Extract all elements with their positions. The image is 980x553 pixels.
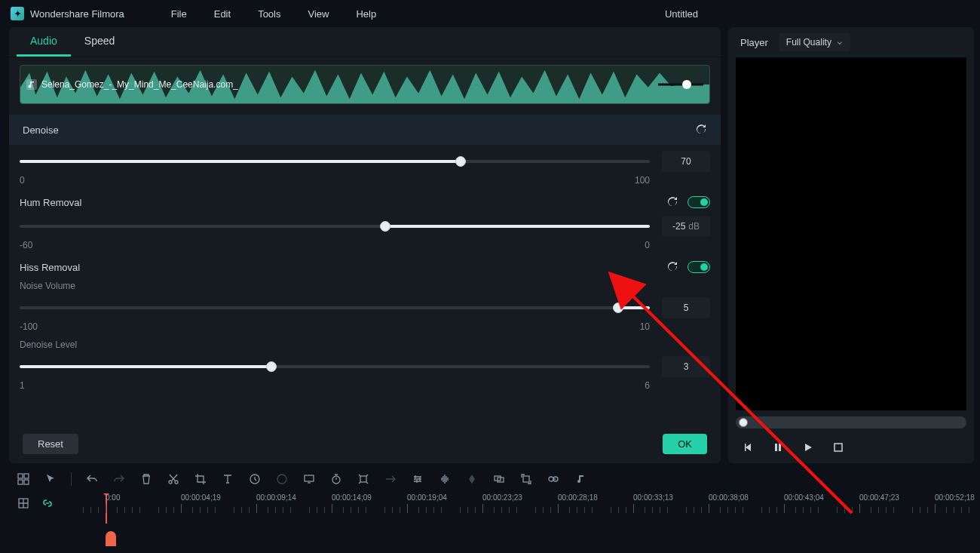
denoise-level-label: Denoise Level [20, 339, 710, 350]
denoise-slider[interactable] [20, 160, 650, 163]
menu-view[interactable]: View [297, 5, 339, 23]
menu-file[interactable]: File [161, 5, 198, 23]
app-logo-icon: ✦ [11, 7, 24, 20]
screen-icon[interactable] [302, 472, 316, 486]
denoise-max: 100 [635, 175, 650, 186]
adjust-icon[interactable] [411, 472, 424, 486]
noise-volume-value[interactable]: 5 [662, 297, 710, 318]
delete-icon[interactable] [139, 472, 153, 486]
panel-tabs: Audio Speed [9, 27, 721, 57]
prev-frame-icon[interactable] [740, 440, 755, 455]
keyframe-icon[interactable] [465, 472, 479, 486]
svg-rect-3 [24, 474, 29, 478]
reset-icon[interactable] [666, 261, 678, 273]
hum-value[interactable]: -25 [662, 216, 710, 237]
ok-button[interactable]: OK [663, 434, 707, 454]
link-icon[interactable] [547, 472, 560, 486]
audio-adjust-icon[interactable] [438, 472, 452, 486]
group-icon[interactable] [492, 472, 506, 486]
noise-volume-min: -100 [20, 321, 38, 332]
hum-removal-toggle[interactable] [688, 196, 710, 208]
hum-min: -60 [20, 240, 32, 250]
text-icon[interactable] [221, 472, 234, 486]
preview-viewport[interactable] [736, 57, 966, 410]
color-icon[interactable] [275, 472, 289, 486]
hiss-removal-label: Hiss Removal [20, 262, 80, 273]
cursor-icon[interactable] [44, 472, 57, 486]
hum-removal-label: Hum Removal [20, 197, 81, 208]
noise-volume-slider[interactable] [20, 306, 650, 309]
svg-rect-10 [305, 475, 314, 481]
reset-icon[interactable] [666, 196, 678, 208]
denoise-level-min: 1 [20, 380, 25, 391]
denoise-label: Denoise [23, 124, 59, 136]
hum-slider[interactable] [20, 225, 650, 228]
stop-icon[interactable] [831, 440, 846, 455]
tab-audio[interactable]: Audio [17, 27, 71, 57]
play-icon[interactable] [801, 440, 816, 455]
marker-icon[interactable] [357, 472, 370, 486]
hiss-removal-toggle[interactable] [688, 261, 710, 273]
svg-rect-4 [18, 480, 23, 484]
denoise-level-max: 6 [645, 380, 650, 391]
svg-rect-2 [18, 474, 23, 478]
player-panel: Player Full Quality [728, 27, 974, 463]
svg-point-7 [175, 481, 178, 484]
transition-icon[interactable] [384, 472, 397, 486]
redo-icon[interactable] [112, 472, 126, 486]
svg-point-6 [169, 481, 172, 484]
reset-icon[interactable] [695, 124, 707, 136]
timer-icon[interactable] [329, 472, 343, 486]
timeline-toolbar [0, 468, 980, 490]
quality-select[interactable]: Full Quality [779, 33, 850, 51]
svg-rect-5 [24, 480, 29, 484]
crop-icon[interactable] [194, 472, 207, 486]
document-title: Untitled [665, 8, 698, 20]
denoise-value[interactable]: 70 [662, 151, 710, 172]
denoise-level-slider[interactable] [20, 365, 650, 368]
menu-help[interactable]: Help [345, 5, 387, 23]
fade-out-bar [658, 84, 703, 86]
timeline: 0:0000:00:04;1900:00:09;1400:00:14;0900:… [0, 463, 980, 553]
hum-max: 0 [645, 240, 650, 250]
music-icon[interactable] [574, 472, 587, 486]
clip-filename: Selena_Gomez_-_My_Mind_Me_CeeNaija.com_ [41, 79, 238, 90]
player-label: Player [740, 37, 768, 48]
svg-rect-0 [26, 79, 37, 90]
noise-volume-label: Noise Volume [20, 281, 710, 291]
audio-properties-panel: Audio Speed Selena_Gomez_-_My_Mind_Me_Ce… [9, 27, 721, 463]
layout-icon[interactable] [17, 472, 30, 486]
menu-tools[interactable]: Tools [247, 5, 291, 23]
cut-icon[interactable] [167, 472, 180, 486]
app-title: Wondershare Filmora [30, 8, 124, 20]
svg-rect-12 [360, 476, 366, 482]
denoise-level-value[interactable]: 3 [662, 356, 710, 377]
fade-out-handle[interactable] [682, 80, 691, 89]
undo-icon[interactable] [85, 472, 99, 486]
denoise-min: 0 [20, 175, 25, 186]
svg-rect-1 [835, 444, 842, 451]
player-scrubber[interactable] [736, 416, 966, 429]
svg-point-9 [277, 475, 286, 484]
menu-edit[interactable]: Edit [204, 5, 241, 23]
tab-speed[interactable]: Speed [71, 27, 128, 57]
ungroup-icon[interactable] [519, 472, 533, 486]
reset-button[interactable]: Reset [23, 434, 78, 454]
music-note-icon [26, 79, 37, 90]
svg-point-16 [549, 477, 553, 481]
menu-bar: ✦ Wondershare Filmora File Edit Tools Vi… [0, 0, 980, 27]
timeline-ruler[interactable]: 0:0000:00:04;1900:00:09;1400:00:14;0900:… [0, 493, 980, 524]
noise-volume-max: 10 [640, 321, 650, 332]
speed-icon[interactable] [248, 472, 262, 486]
pause-icon[interactable] [770, 440, 786, 455]
audio-clip-waveform[interactable]: Selena_Gomez_-_My_Mind_Me_CeeNaija.com_ [20, 65, 710, 104]
link-track-icon[interactable] [41, 496, 54, 510]
track-options-icon[interactable] [17, 496, 30, 510]
timeline-clip[interactable] [106, 531, 116, 546]
svg-rect-15 [523, 476, 529, 482]
